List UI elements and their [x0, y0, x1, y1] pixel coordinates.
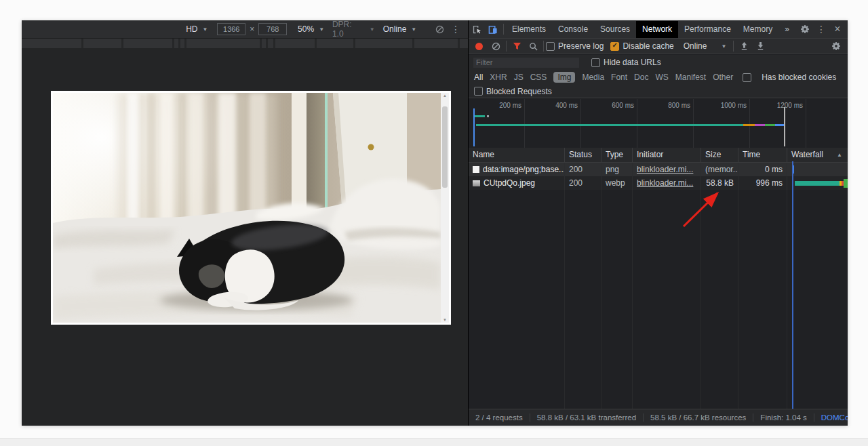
inspect-cursor-icon[interactable] [469, 21, 485, 37]
table-empty-area [469, 190, 848, 409]
more-tabs-button[interactable]: » [778, 21, 795, 38]
kebab-menu-icon[interactable]: ⋮ [448, 21, 464, 37]
request-status: 200 [565, 176, 601, 190]
browser-window: HD ▼ × 50% ▼ DPR: 1.0 ▼ Online ▼ [22, 20, 848, 426]
type-filter-img[interactable]: Img [553, 72, 575, 83]
block-icon[interactable] [431, 21, 448, 37]
network-overview-timeline[interactable]: 200 ms 400 ms 600 ms 800 ms 1000 ms 1200… [469, 99, 848, 148]
tab-network[interactable]: Network [636, 21, 678, 38]
photo-doorknob [368, 144, 374, 150]
device-toolbar-icon[interactable] [485, 21, 501, 37]
tab-console[interactable]: Console [552, 21, 594, 38]
type-filter-manifest[interactable]: Manifest [675, 73, 706, 82]
page-photo-frame: ▲ ▼ [51, 91, 451, 325]
devtools-panel: Elements Console Sources Network Perform… [468, 20, 848, 426]
column-header-name[interactable]: Name [469, 148, 565, 162]
request-initiator-link[interactable]: blinkloader.mi... [637, 165, 693, 174]
type-filter-all[interactable]: All [474, 73, 483, 82]
gear-icon[interactable] [797, 21, 813, 37]
gear-icon[interactable] [828, 38, 844, 54]
request-name: data:image/png;base... [483, 163, 565, 176]
request-type: png [601, 163, 633, 176]
photo-scrollbar[interactable]: ▲ ▼ [441, 93, 449, 323]
throttling-label: Online [684, 41, 707, 51]
tab-sources[interactable]: Sources [594, 21, 636, 38]
tab-memory[interactable]: Memory [737, 21, 778, 38]
tab-performance[interactable]: Performance [678, 21, 737, 38]
finish-time: Finish: 1.04 s [753, 413, 814, 422]
chevron-down-icon: ▼ [319, 26, 324, 33]
filter-funnel-icon[interactable] [509, 38, 525, 54]
photo-cat-on-bed [53, 93, 441, 323]
column-header-initiator[interactable]: Initiator [633, 148, 701, 162]
waterfall-bar-request-2 [795, 181, 840, 186]
hide-data-urls-label: Hide data URLs [604, 58, 661, 67]
overview-bar-request-2 [476, 124, 743, 126]
tab-elements[interactable]: Elements [506, 21, 552, 38]
column-header-status[interactable]: Status [565, 148, 601, 162]
filter-input[interactable] [473, 58, 579, 68]
scroll-down-icon[interactable]: ▼ [443, 317, 447, 323]
timeline-tick: 200 ms [481, 102, 521, 109]
kebab-menu-icon[interactable]: ⋮ [813, 21, 829, 37]
type-filter-js[interactable]: JS [514, 73, 524, 82]
column-header-time[interactable]: Time [738, 148, 787, 162]
overview-bar-request-1 [475, 115, 485, 117]
type-filter-css[interactable]: CSS [530, 73, 547, 82]
devtools-tabbar: Elements Console Sources Network Perform… [469, 20, 848, 39]
blocked-requests-checkbox[interactable] [474, 87, 483, 96]
viewport-width-input[interactable] [217, 23, 245, 35]
resource-type-filters: All XHR JS CSS Img Media Font Doc WS Man… [469, 70, 848, 85]
sort-ascending-icon: ▲ [837, 148, 842, 162]
preserve-log-checkbox[interactable] [546, 42, 555, 51]
import-har-icon[interactable] [736, 38, 752, 54]
column-header-waterfall[interactable]: Waterfall ▲ [787, 148, 848, 162]
waterfall-dcl-marker-line [792, 161, 793, 409]
record-icon[interactable] [475, 43, 483, 50]
type-filter-font[interactable]: Font [611, 73, 627, 82]
request-name: CUtpdQo.jpeg [484, 176, 535, 190]
search-icon[interactable] [525, 38, 541, 54]
filter-row: Hide data URLs [469, 55, 848, 70]
table-row[interactable]: data:image/png;base... 200 png blinkload… [469, 163, 848, 176]
table-row[interactable]: CUtpdQo.jpeg 200 webp blinkloader.mi... … [469, 176, 848, 190]
clear-icon[interactable] [488, 38, 504, 54]
request-status: 200 [565, 163, 601, 176]
chevron-down-icon: ▼ [411, 26, 416, 33]
zoom-dropdown[interactable]: 50% ▼ [298, 24, 324, 34]
requests-table: Name Status Type Initiator Size Time Wat… [469, 148, 848, 409]
device-preset-dropdown[interactable]: HD ▼ [186, 24, 208, 34]
viewport-height-input[interactable] [258, 23, 287, 35]
type-filter-ws[interactable]: WS [655, 73, 668, 82]
blocked-requests-row: Blocked Requests [469, 85, 848, 98]
type-filter-media[interactable]: Media [582, 73, 604, 82]
data-url-file-icon [473, 166, 479, 173]
network-toolbar: Preserve log Disable cache Online ▼ [469, 39, 848, 54]
close-icon[interactable]: × [829, 21, 846, 37]
column-header-type[interactable]: Type [601, 148, 633, 162]
export-har-icon[interactable] [752, 38, 768, 54]
has-blocked-cookies-checkbox[interactable] [743, 73, 751, 82]
throttling-dropdown[interactable]: Online ▼ [684, 41, 727, 51]
emulated-viewport: HD ▼ × 50% ▼ DPR: 1.0 ▼ Online ▼ [22, 20, 468, 426]
device-throttle-dropdown[interactable]: Online ▼ [383, 24, 417, 34]
request-waterfall-cell [787, 176, 848, 190]
request-initiator-link[interactable]: blinkloader.mi... [637, 178, 693, 188]
request-size: (memor... [701, 163, 738, 176]
type-filter-xhr[interactable]: XHR [490, 73, 507, 82]
hide-data-urls-checkbox[interactable] [591, 58, 600, 67]
column-header-size[interactable]: Size [701, 148, 738, 162]
chevron-down-icon: ▼ [203, 26, 208, 33]
timeline-tick: 400 ms [537, 102, 578, 109]
type-filter-other[interactable]: Other [713, 73, 733, 82]
disable-cache-checkbox[interactable] [610, 42, 619, 51]
request-type: webp [601, 176, 633, 190]
network-status-bar: 2 / 4 requests 58.8 kB / 63.1 kB transfe… [469, 409, 848, 426]
device-toolbar: HD ▼ × 50% ▼ DPR: 1.0 ▼ Online ▼ [22, 20, 468, 39]
dcl-marker-line [473, 108, 475, 146]
scroll-up-icon[interactable]: ▲ [443, 93, 447, 98]
scrollbar-thumb[interactable] [442, 106, 448, 188]
requests-count: 2 / 4 requests [469, 413, 530, 422]
type-filter-doc[interactable]: Doc [634, 73, 648, 82]
dpr-dropdown[interactable]: DPR: 1.0 ▼ [332, 20, 375, 39]
